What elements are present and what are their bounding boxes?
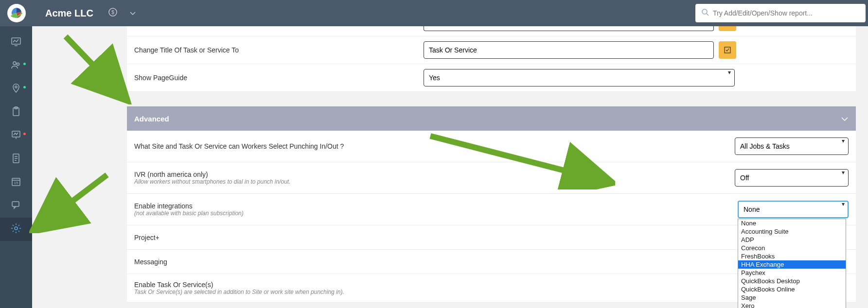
dropdown-option[interactable]: Paychex [738, 269, 846, 277]
ivr-value: Off [740, 174, 749, 182]
svg-line-3 [707, 14, 709, 16]
status-dot [23, 133, 26, 135]
sidebar-item-location[interactable] [0, 78, 32, 101]
app-header: Acme LLC $ [0, 0, 868, 26]
label-site-task: What Site and Task Or Service can Worker… [134, 142, 424, 150]
sidebar-item-clipboard[interactable] [0, 101, 32, 124]
dropdown-option[interactable]: Corecon [738, 244, 846, 252]
partial-row [127, 26, 856, 36]
dropdown-option[interactable]: QuickBooks Desktop [738, 277, 846, 285]
sidebar-item-calendar[interactable]: 15 [0, 171, 32, 194]
status-dot [23, 63, 26, 65]
svg-point-6 [13, 62, 16, 65]
integrations-dropdown[interactable]: NoneAccounting SuiteADPCoreconFreshBooks… [738, 219, 846, 308]
site-task-select[interactable]: All Jobs & Tasks [735, 137, 849, 155]
currency-icon[interactable]: $ [108, 7, 118, 19]
integrations-select[interactable]: None [738, 201, 849, 218]
search-icon [701, 8, 709, 18]
apply-title-button[interactable] [719, 41, 736, 59]
label-ivr: IVR (north america only) [134, 171, 424, 178]
row-integrations: Enable integrations (not available with … [127, 194, 856, 225]
logo-icon [9, 6, 24, 20]
task-title-input[interactable] [424, 41, 714, 59]
label-pageguide: Show PageGuide [134, 74, 424, 82]
sidebar-item-document[interactable] [0, 148, 32, 171]
svg-point-2 [702, 9, 707, 14]
sidebar-item-settings[interactable] [0, 218, 32, 241]
label-messaging: Messaging [134, 258, 424, 266]
clipboard-icon [10, 106, 22, 120]
label-change-title: Change Title Of Task or Service To [134, 46, 424, 54]
document-icon [10, 153, 22, 166]
chat-icon [10, 199, 22, 213]
dropdown-option[interactable]: FreshBooks [738, 252, 846, 260]
dropdown-caret-icon[interactable] [130, 9, 136, 17]
dropdown-option[interactable]: QuickBooks Online [738, 285, 846, 293]
settings-panel: Change Title Of Task or Service To Show … [127, 26, 856, 303]
spacer [127, 92, 856, 106]
left-sidebar: 15 [0, 26, 32, 308]
dropdown-option[interactable]: HHA Exchange [738, 260, 846, 269]
label-integrations: Enable integrations [134, 202, 424, 210]
row-ivr: IVR (north america only) Allow workers w… [127, 162, 856, 194]
app-title: Acme LLC [45, 8, 93, 19]
sidebar-item-dashboard[interactable] [0, 31, 32, 54]
svg-text:15: 15 [14, 181, 18, 185]
svg-rect-20 [12, 202, 19, 206]
label-enable-task: Enable Task Or Service(s) [134, 281, 424, 289]
dropdown-option[interactable]: None [738, 219, 846, 227]
global-search[interactable] [695, 4, 866, 22]
content-area: Change Title Of Task or Service To Show … [32, 26, 868, 308]
partial-input[interactable] [424, 26, 714, 31]
advanced-header-label: Advanced [134, 115, 169, 123]
label-integrations-sub: (not available with basic plan subscript… [134, 210, 424, 217]
row-pageguide: Show PageGuide Yes ▾ [127, 64, 856, 92]
presentation-icon [10, 129, 22, 143]
dropdown-option[interactable]: Sage [738, 293, 846, 302]
label-enable-task-sub: Task Or Service(s) are selected in addit… [134, 289, 424, 295]
row-site-task: What Site and Task Or Service can Worker… [127, 131, 856, 162]
pageguide-value: Yes [429, 74, 440, 82]
label-projectplus: Project+ [134, 234, 424, 241]
ivr-select[interactable]: Off [735, 169, 849, 187]
pageguide-select[interactable]: Yes [424, 69, 735, 86]
partial-action-button[interactable] [719, 26, 736, 31]
dropdown-option[interactable]: ADP [738, 236, 846, 244]
svg-text:$: $ [111, 10, 114, 15]
svg-point-8 [15, 86, 17, 88]
sidebar-item-chat[interactable] [0, 194, 32, 218]
apply-icon [724, 46, 731, 54]
integrations-value: None [744, 205, 760, 213]
site-task-value: All Jobs & Tasks [740, 142, 790, 150]
advanced-section-header[interactable]: Advanced [127, 106, 856, 131]
map-pin-icon [10, 83, 22, 96]
dropdown-option[interactable]: Xero [738, 302, 846, 308]
status-dot [23, 86, 26, 88]
search-input[interactable] [713, 9, 860, 17]
chevron-down-icon [841, 115, 849, 123]
label-ivr-sub: Allow workers without smartphones to dia… [134, 178, 424, 185]
sidebar-item-presentation[interactable] [0, 124, 32, 148]
gear-icon [10, 222, 22, 236]
svg-point-21 [15, 227, 18, 230]
chart-monitor-icon [10, 36, 22, 50]
app-logo [7, 4, 26, 22]
svg-point-7 [17, 63, 19, 66]
dropdown-option[interactable]: Accounting Suite [738, 227, 846, 236]
calendar-icon: 15 [10, 176, 22, 189]
sidebar-item-people[interactable] [0, 54, 32, 78]
row-change-title: Change Title Of Task or Service To [127, 36, 856, 64]
people-icon [10, 59, 22, 73]
